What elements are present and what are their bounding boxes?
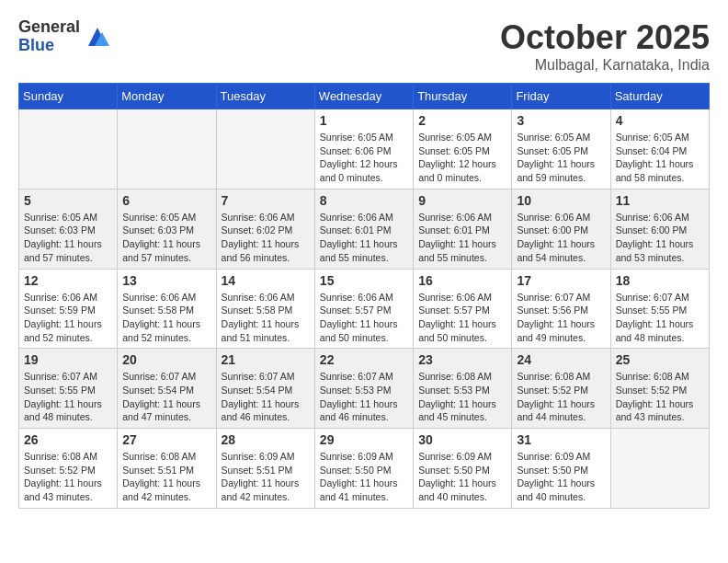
calendar-day-cell: 22Sunrise: 6:07 AMSunset: 5:53 PMDayligh… [314, 349, 413, 429]
day-number: 12 [24, 273, 112, 288]
day-number: 21 [222, 352, 310, 367]
calendar-day-cell: 3Sunrise: 6:05 AMSunset: 6:05 PMDaylight… [512, 109, 610, 190]
day-number: 24 [517, 352, 605, 367]
day-info: Sunrise: 6:09 AMSunset: 5:50 PMDaylight:… [320, 450, 408, 504]
calendar-day-cell: 19Sunrise: 6:07 AMSunset: 5:55 PMDayligh… [19, 349, 118, 429]
day-number: 25 [616, 352, 704, 367]
day-number: 3 [517, 113, 605, 128]
day-number: 14 [222, 273, 310, 288]
calendar-day-cell: 13Sunrise: 6:06 AMSunset: 5:58 PMDayligh… [118, 269, 216, 349]
day-info: Sunrise: 6:09 AMSunset: 5:50 PMDaylight:… [418, 450, 506, 504]
calendar-day-cell: 30Sunrise: 6:09 AMSunset: 5:50 PMDayligh… [414, 429, 512, 509]
calendar-day-cell: 10Sunrise: 6:06 AMSunset: 6:00 PMDayligh… [512, 189, 610, 269]
day-number: 15 [320, 273, 408, 288]
day-info: Sunrise: 6:05 AMSunset: 6:06 PMDaylight:… [320, 131, 408, 185]
calendar-day-cell: 5Sunrise: 6:05 AMSunset: 6:03 PMDaylight… [19, 189, 118, 269]
calendar-week-row: 1Sunrise: 6:05 AMSunset: 6:06 PMDaylight… [19, 109, 710, 190]
logo-icon [84, 23, 111, 51]
calendar-day-cell: 9Sunrise: 6:06 AMSunset: 6:01 PMDaylight… [414, 189, 512, 269]
calendar-day-cell: 16Sunrise: 6:06 AMSunset: 5:57 PMDayligh… [414, 269, 512, 349]
calendar-day-cell: 18Sunrise: 6:07 AMSunset: 5:55 PMDayligh… [610, 269, 709, 349]
page-header: General Blue October 2025 Mulbagal, Karn… [18, 18, 710, 74]
day-info: Sunrise: 6:05 AMSunset: 6:05 PMDaylight:… [418, 131, 506, 185]
calendar-day-cell [610, 429, 709, 509]
day-number: 23 [418, 352, 506, 367]
weekday-header-cell: Friday [512, 84, 610, 109]
calendar-day-cell: 26Sunrise: 6:08 AMSunset: 5:52 PMDayligh… [19, 429, 118, 509]
day-number: 18 [616, 273, 704, 288]
day-number: 6 [122, 193, 210, 208]
calendar-day-cell: 31Sunrise: 6:09 AMSunset: 5:50 PMDayligh… [512, 429, 610, 509]
calendar-day-cell [118, 109, 216, 190]
day-info: Sunrise: 6:07 AMSunset: 5:54 PMDaylight:… [222, 370, 310, 424]
day-info: Sunrise: 6:07 AMSunset: 5:55 PMDaylight:… [616, 291, 704, 345]
day-info: Sunrise: 6:07 AMSunset: 5:55 PMDaylight:… [24, 370, 112, 424]
day-info: Sunrise: 6:06 AMSunset: 6:01 PMDaylight:… [418, 211, 506, 265]
day-number: 2 [418, 113, 506, 128]
title-block: October 2025 Mulbagal, Karnataka, India [500, 18, 710, 74]
day-info: Sunrise: 6:05 AMSunset: 6:05 PMDaylight:… [517, 131, 605, 185]
calendar-day-cell [19, 109, 118, 190]
day-number: 5 [24, 193, 112, 208]
calendar-day-cell: 2Sunrise: 6:05 AMSunset: 6:05 PMDaylight… [414, 109, 512, 190]
day-info: Sunrise: 6:06 AMSunset: 6:00 PMDaylight:… [616, 211, 704, 265]
weekday-header-cell: Monday [118, 84, 216, 109]
logo: General Blue [18, 18, 111, 55]
calendar-day-cell: 15Sunrise: 6:06 AMSunset: 5:57 PMDayligh… [314, 269, 413, 349]
day-number: 1 [320, 113, 408, 128]
day-number: 9 [418, 193, 506, 208]
day-number: 26 [24, 432, 112, 447]
day-info: Sunrise: 6:07 AMSunset: 5:56 PMDaylight:… [517, 291, 605, 345]
day-number: 10 [517, 193, 605, 208]
calendar-day-cell: 29Sunrise: 6:09 AMSunset: 5:50 PMDayligh… [314, 429, 413, 509]
calendar-day-cell: 8Sunrise: 6:06 AMSunset: 6:01 PMDaylight… [314, 189, 413, 269]
day-number: 7 [222, 193, 310, 208]
calendar-day-cell: 4Sunrise: 6:05 AMSunset: 6:04 PMDaylight… [610, 109, 709, 190]
weekday-header-cell: Tuesday [216, 84, 314, 109]
day-number: 20 [122, 352, 210, 367]
day-info: Sunrise: 6:08 AMSunset: 5:51 PMDaylight:… [122, 450, 210, 504]
calendar-day-cell [216, 109, 314, 190]
day-info: Sunrise: 6:06 AMSunset: 6:00 PMDaylight:… [517, 211, 605, 265]
day-number: 27 [122, 432, 210, 447]
weekday-header-cell: Saturday [610, 84, 709, 109]
day-number: 17 [517, 273, 605, 288]
day-info: Sunrise: 6:05 AMSunset: 6:04 PMDaylight:… [616, 131, 704, 185]
calendar-day-cell: 14Sunrise: 6:06 AMSunset: 5:58 PMDayligh… [216, 269, 314, 349]
calendar-day-cell: 17Sunrise: 6:07 AMSunset: 5:56 PMDayligh… [512, 269, 610, 349]
day-info: Sunrise: 6:07 AMSunset: 5:54 PMDaylight:… [122, 370, 210, 424]
month-title: October 2025 [500, 18, 710, 57]
day-number: 11 [616, 193, 704, 208]
day-number: 28 [222, 432, 310, 447]
day-number: 8 [320, 193, 408, 208]
day-info: Sunrise: 6:06 AMSunset: 5:57 PMDaylight:… [418, 291, 506, 345]
calendar-table: SundayMondayTuesdayWednesdayThursdayFrid… [18, 83, 710, 509]
day-info: Sunrise: 6:08 AMSunset: 5:52 PMDaylight:… [616, 370, 704, 424]
calendar-day-cell: 6Sunrise: 6:05 AMSunset: 6:03 PMDaylight… [118, 189, 216, 269]
day-info: Sunrise: 6:08 AMSunset: 5:53 PMDaylight:… [418, 370, 506, 424]
calendar-day-cell: 7Sunrise: 6:06 AMSunset: 6:02 PMDaylight… [216, 189, 314, 269]
day-info: Sunrise: 6:06 AMSunset: 6:01 PMDaylight:… [320, 211, 408, 265]
day-number: 29 [320, 432, 408, 447]
day-number: 22 [320, 352, 408, 367]
weekday-header-cell: Wednesday [314, 84, 413, 109]
calendar-day-cell: 11Sunrise: 6:06 AMSunset: 6:00 PMDayligh… [610, 189, 709, 269]
day-number: 13 [122, 273, 210, 288]
day-info: Sunrise: 6:09 AMSunset: 5:50 PMDaylight:… [517, 450, 605, 504]
day-info: Sunrise: 6:09 AMSunset: 5:51 PMDaylight:… [222, 450, 310, 504]
logo-general: General [18, 18, 80, 37]
weekday-header-row: SundayMondayTuesdayWednesdayThursdayFrid… [19, 84, 710, 109]
day-number: 19 [24, 352, 112, 367]
day-info: Sunrise: 6:06 AMSunset: 5:57 PMDaylight:… [320, 291, 408, 345]
calendar-week-row: 12Sunrise: 6:06 AMSunset: 5:59 PMDayligh… [19, 269, 710, 349]
calendar-body: 1Sunrise: 6:05 AMSunset: 6:06 PMDaylight… [19, 109, 710, 509]
logo-blue: Blue [18, 37, 80, 55]
weekday-header-cell: Thursday [414, 84, 512, 109]
calendar-day-cell: 25Sunrise: 6:08 AMSunset: 5:52 PMDayligh… [610, 349, 709, 429]
calendar-day-cell: 28Sunrise: 6:09 AMSunset: 5:51 PMDayligh… [216, 429, 314, 509]
calendar-day-cell: 27Sunrise: 6:08 AMSunset: 5:51 PMDayligh… [118, 429, 216, 509]
day-info: Sunrise: 6:05 AMSunset: 6:03 PMDaylight:… [122, 211, 210, 265]
day-number: 31 [517, 432, 605, 447]
calendar-day-cell: 20Sunrise: 6:07 AMSunset: 5:54 PMDayligh… [118, 349, 216, 429]
day-info: Sunrise: 6:06 AMSunset: 5:59 PMDaylight:… [24, 291, 112, 345]
